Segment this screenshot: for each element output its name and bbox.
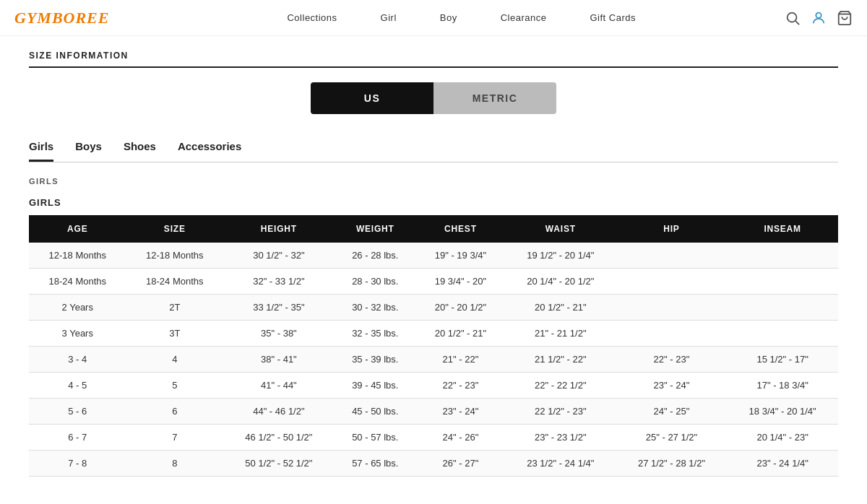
svg-line-1 (795, 21, 799, 25)
table-cell: 35 - 39 lbs. (335, 347, 416, 373)
table-cell: 18-24 Months (29, 269, 126, 295)
us-button[interactable]: US (311, 82, 434, 114)
table-head: AGE SIZE HEIGHT WEIGHT CHEST WAIST HIP I… (29, 215, 838, 243)
table-section-label: GIRLS (29, 197, 838, 208)
table-row: 18-24 Months18-24 Months32" - 33 1/2"28 … (29, 269, 838, 295)
nav-gift-cards[interactable]: Gift Cards (590, 12, 636, 23)
table-cell: 27 1/2" - 28 1/2" (616, 451, 728, 477)
table-cell: 24" - 26" (416, 425, 505, 451)
table-cell: 45 - 50 lbs. (335, 399, 416, 425)
col-age: AGE (29, 215, 126, 243)
table-cell: 19" - 19 3/4" (416, 243, 505, 269)
unit-toggle-wrap: US METRIC (29, 82, 838, 114)
table-cell: 20" - 20 1/2" (416, 295, 505, 321)
table-cell: 39 - 45 lbs. (335, 373, 416, 399)
col-size: SIZE (126, 215, 224, 243)
col-waist: WAIST (505, 215, 616, 243)
table-cell: 6 - 7 (29, 425, 126, 451)
col-height: HEIGHT (223, 215, 335, 243)
col-weight: WEIGHT (335, 215, 416, 243)
tab-accessories[interactable]: Accessories (178, 136, 241, 162)
table-cell: 32" - 33 1/2" (223, 269, 335, 295)
table-cell: 28 - 30 lbs. (335, 269, 416, 295)
svg-point-2 (816, 12, 821, 17)
table-cell: 18-24 Months (126, 269, 224, 295)
table-cell: 38" - 41" (223, 347, 335, 373)
table-row: 12-18 Months12-18 Months30 1/2" - 32"26 … (29, 243, 838, 269)
category-tabs: Girls Boys Shoes Accessories (29, 136, 838, 162)
search-icon[interactable] (785, 10, 801, 26)
table-cell: 5 - 6 (29, 399, 126, 425)
nav-links: Collections Girl Boy Clearance Gift Card… (138, 12, 785, 23)
table-cell: 50 1/2" - 52 1/2" (223, 451, 335, 477)
nav-collections[interactable]: Collections (287, 12, 337, 23)
size-information-title: SIZE INFORMATION (29, 51, 838, 68)
table-row: 3 Years3T35" - 38"32 - 35 lbs.20 1/2" - … (29, 321, 838, 347)
nav-icons (785, 10, 853, 26)
table-cell: 20 1/4" - 20 1/2" (505, 269, 616, 295)
nav-girl[interactable]: Girl (381, 12, 397, 23)
table-cell: 12-18 Months (126, 243, 224, 269)
metric-button[interactable]: METRIC (434, 82, 556, 114)
table-cell: 22" - 22 1/2" (505, 373, 616, 399)
table-cell: 22 1/2" - 23" (505, 399, 616, 425)
table-cell: 50 - 57 lbs. (335, 425, 416, 451)
table-cell: 22" - 23" (416, 373, 505, 399)
section-label: GIRLS (29, 177, 838, 186)
table-cell: 23" - 23 1/2" (505, 425, 616, 451)
table-cell: 20 1/2" - 21" (505, 295, 616, 321)
table-cell: 23 1/2" - 24 1/4" (505, 451, 616, 477)
nav-boy[interactable]: Boy (440, 12, 457, 23)
table-cell (727, 243, 838, 269)
col-hip: HIP (616, 215, 728, 243)
col-chest: CHEST (416, 215, 505, 243)
table-cell: 20 1/4" - 23" (727, 425, 838, 451)
table-cell: 19 1/2" - 20 1/4" (505, 243, 616, 269)
table-cell: 3 Years (29, 321, 126, 347)
table-cell: 21" - 21 1/2" (505, 321, 616, 347)
table-cell: 15 1/2" - 17" (727, 347, 838, 373)
table-cell: 2T (126, 295, 224, 321)
tab-girls[interactable]: Girls (29, 136, 53, 162)
tab-shoes[interactable]: Shoes (124, 136, 156, 162)
table-cell: 6 (126, 399, 224, 425)
table-cell: 30 1/2" - 32" (223, 243, 335, 269)
table-cell: 19 3/4" - 20" (416, 269, 505, 295)
table-cell: 23" - 24 1/4" (727, 451, 838, 477)
table-cell: 3 - 4 (29, 347, 126, 373)
table-cell: 23" - 24" (616, 373, 728, 399)
table-cell: 33 1/2" - 35" (223, 295, 335, 321)
table-row: 3 - 4438" - 41"35 - 39 lbs.21" - 22"21 1… (29, 347, 838, 373)
table-row: 2 Years2T33 1/2" - 35"30 - 32 lbs.20" - … (29, 295, 838, 321)
table-header-row: AGE SIZE HEIGHT WEIGHT CHEST WAIST HIP I… (29, 215, 838, 243)
table-row: 4 - 5541" - 44"39 - 45 lbs.22" - 23"22" … (29, 373, 838, 399)
table-cell: 26 - 28 lbs. (335, 243, 416, 269)
unit-toggle: US METRIC (311, 82, 556, 114)
table-cell: 12-18 Months (29, 243, 126, 269)
size-table: AGE SIZE HEIGHT WEIGHT CHEST WAIST HIP I… (29, 215, 838, 477)
cart-icon[interactable] (837, 10, 853, 26)
table-cell: 18 3/4" - 20 1/4" (727, 399, 838, 425)
table-cell (616, 295, 728, 321)
table-cell: 44" - 46 1/2" (223, 399, 335, 425)
logo[interactable]: GYMBOREE (14, 9, 109, 27)
table-cell: 7 - 8 (29, 451, 126, 477)
table-cell: 30 - 32 lbs. (335, 295, 416, 321)
table-cell: 4 (126, 347, 224, 373)
table-cell: 4 - 5 (29, 373, 126, 399)
nav-clearance[interactable]: Clearance (501, 12, 547, 23)
tab-boys[interactable]: Boys (75, 136, 102, 162)
table-cell: 23" - 24" (416, 399, 505, 425)
table-row: 7 - 8850 1/2" - 52 1/2"57 - 65 lbs.26" -… (29, 451, 838, 477)
table-row: 6 - 7746 1/2" - 50 1/2"50 - 57 lbs.24" -… (29, 425, 838, 451)
main-content: SIZE INFORMATION US METRIC Girls Boys Sh… (0, 36, 867, 504)
table-cell: 46 1/2" - 50 1/2" (223, 425, 335, 451)
account-icon[interactable] (811, 10, 827, 26)
svg-point-0 (788, 12, 797, 22)
table-cell: 35" - 38" (223, 321, 335, 347)
table-cell: 26" - 27" (416, 451, 505, 477)
table-cell: 17" - 18 3/4" (727, 373, 838, 399)
table-cell: 22" - 23" (616, 347, 728, 373)
table-cell (616, 321, 728, 347)
table-row: 5 - 6644" - 46 1/2"45 - 50 lbs.23" - 24"… (29, 399, 838, 425)
